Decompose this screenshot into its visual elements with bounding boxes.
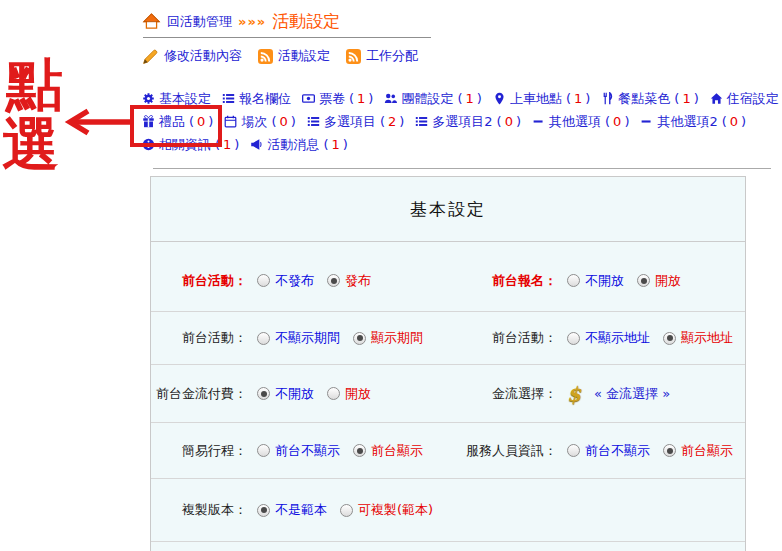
panel-title: 基本設定 — [151, 177, 745, 242]
radio-option[interactable]: 顯示地址 — [663, 329, 733, 347]
radio-label[interactable]: 不發布 — [275, 272, 314, 290]
tab-count: (1) — [566, 91, 590, 106]
radio-group: 前台不顯示 前台顯示 — [557, 442, 745, 460]
tab-activity-news[interactable]: 活動消息 (1) — [250, 136, 347, 154]
activity-settings-link[interactable]: 活動設定 — [258, 47, 330, 65]
radio-button[interactable] — [257, 332, 270, 345]
radio-label[interactable]: 不是範本 — [275, 501, 327, 519]
tab-label: 住宿設定 — [727, 90, 779, 108]
tab-count: (1) — [457, 91, 481, 106]
radio-option[interactable]: 不開放 — [257, 385, 314, 403]
tab-basic-settings[interactable]: 基本設定 — [142, 90, 211, 108]
form-row-payment: 前台金流付費： 不開放 開放 金流選擇： $ « 金流選擇 » — [151, 365, 745, 423]
radio-button[interactable] — [340, 504, 353, 517]
radio-option[interactable]: 不顯示期間 — [257, 329, 340, 347]
tab-group-settings[interactable]: 團體設定 (1) — [384, 90, 481, 108]
radio-group: 不是範本 可複製(範本) — [247, 501, 437, 519]
form-row-frontend-publish: 前台活動： 不發布 發布 前台報名： 不開放 開放 — [151, 242, 745, 312]
work-assignment-link[interactable]: 工作分配 — [346, 47, 418, 65]
tab-other-options[interactable]: 其他選項 (0) — [532, 113, 629, 131]
radio-option[interactable]: 可複製(範本) — [340, 501, 433, 519]
content-divider — [153, 168, 771, 169]
ticket-icon — [302, 92, 315, 105]
tab-label: 報名欄位 — [239, 90, 291, 108]
settings-tabs: 基本設定 報名欄位 票卷 (1) 團體設定 (1) 上車地點 (1) — [142, 87, 782, 156]
tab-related-info[interactable]: 相關資訊 (1) — [142, 136, 239, 154]
tab-signup-fields[interactable]: 報名欄位 — [222, 90, 291, 108]
radio-button[interactable] — [257, 387, 270, 400]
radio-option[interactable]: 前台不顯示 — [257, 442, 340, 460]
radio-button[interactable] — [327, 274, 340, 287]
radio-group: 不顯示期間 顯示期間 — [247, 329, 437, 347]
radio-label[interactable]: 開放 — [345, 385, 371, 403]
tab-count: (1) — [323, 137, 347, 152]
breadcrumb-divider — [143, 37, 431, 38]
radio-label[interactable]: 發布 — [345, 272, 371, 290]
radio-button[interactable] — [257, 504, 270, 517]
radio-label[interactable]: 不顯示期間 — [275, 329, 340, 347]
radio-label[interactable]: 前台顯示 — [371, 442, 423, 460]
tab-pickup-location[interactable]: 上車地點 (1) — [493, 90, 590, 108]
radio-option[interactable]: 不開放 — [567, 272, 624, 290]
payment-select-link[interactable]: « 金流選擇 » — [594, 385, 670, 403]
radio-group: 前台不顯示 前台顯示 — [247, 442, 437, 460]
radio-label[interactable]: 開放 — [655, 272, 681, 290]
radio-button[interactable] — [257, 274, 270, 287]
radio-button[interactable] — [327, 387, 340, 400]
radio-button[interactable] — [353, 444, 366, 457]
radio-label[interactable]: 顯示期間 — [371, 329, 423, 347]
radio-button[interactable] — [567, 332, 580, 345]
radio-group: 不發布 發布 — [247, 272, 437, 290]
tab-lodging[interactable]: 住宿設定 (1) — [710, 90, 782, 108]
tab-meals[interactable]: 餐點菜色 (1) — [601, 90, 698, 108]
radio-label[interactable]: 前台不顯示 — [275, 442, 340, 460]
radio-button[interactable] — [663, 444, 676, 457]
radio-label[interactable]: 顯示地址 — [681, 329, 733, 347]
tab-tickets[interactable]: 票卷 (1) — [302, 90, 373, 108]
home-icon — [710, 92, 723, 105]
tab-label: 基本設定 — [159, 90, 211, 108]
radio-label[interactable]: 前台不顯示 — [585, 442, 650, 460]
radio-button[interactable] — [567, 274, 580, 287]
tab-label: 團體設定 — [401, 90, 453, 108]
radio-option[interactable]: 不是範本 — [257, 501, 327, 519]
tab-count: (1) — [674, 91, 698, 106]
radio-option[interactable]: 前台顯示 — [663, 442, 733, 460]
tab-multi-options[interactable]: 多選項目 (2) — [307, 113, 404, 131]
radio-option[interactable]: 不顯示地址 — [567, 329, 650, 347]
tab-multi-options-2[interactable]: 多選項目2 (0) — [415, 113, 521, 131]
radio-option[interactable]: 開放 — [637, 272, 681, 290]
radio-button[interactable] — [353, 332, 366, 345]
tab-count: (1) — [349, 91, 373, 106]
radio-label[interactable]: 前台顯示 — [681, 442, 733, 460]
radio-option[interactable]: 前台不顯示 — [567, 442, 650, 460]
radio-option[interactable]: 發布 — [327, 272, 371, 290]
field-label: 前台活動： — [151, 329, 247, 347]
radio-button[interactable] — [663, 332, 676, 345]
edit-activity-link[interactable]: 修改活動內容 — [142, 47, 242, 65]
radio-option[interactable]: 開放 — [327, 385, 371, 403]
radio-button[interactable] — [567, 444, 580, 457]
tab-gifts[interactable]: 禮品 (0) — [142, 113, 213, 131]
utensils-icon — [601, 92, 614, 105]
tab-label: 票卷 — [319, 90, 345, 108]
radio-button[interactable] — [637, 274, 650, 287]
basic-settings-panel: 基本設定 前台活動： 不發布 發布 前台報名： 不開放 開放 — [150, 176, 746, 551]
minus-icon — [532, 115, 545, 128]
radio-option[interactable]: 前台顯示 — [353, 442, 423, 460]
payment-select-group: $ « 金流選擇 » — [557, 384, 745, 404]
tab-other-options-2[interactable]: 其他選項2 (0) — [640, 113, 746, 131]
annotation-click-char-2: 選 — [2, 116, 59, 173]
field-label: 服務人員資訊： — [437, 442, 557, 460]
radio-label[interactable]: 不開放 — [275, 385, 314, 403]
breadcrumb-back-link[interactable]: 回活動管理 — [167, 13, 232, 31]
tab-sessions[interactable]: 場次 (0) — [224, 113, 295, 131]
radio-label[interactable]: 不顯示地址 — [585, 329, 650, 347]
breadcrumb-separator: »»» — [238, 14, 266, 29]
radio-label[interactable]: 可複製(範本) — [358, 501, 433, 519]
radio-label[interactable]: 不開放 — [585, 272, 624, 290]
radio-button[interactable] — [257, 444, 270, 457]
radio-option[interactable]: 顯示期間 — [353, 329, 423, 347]
field-label: 複製版本： — [151, 501, 247, 519]
radio-option[interactable]: 不發布 — [257, 272, 314, 290]
